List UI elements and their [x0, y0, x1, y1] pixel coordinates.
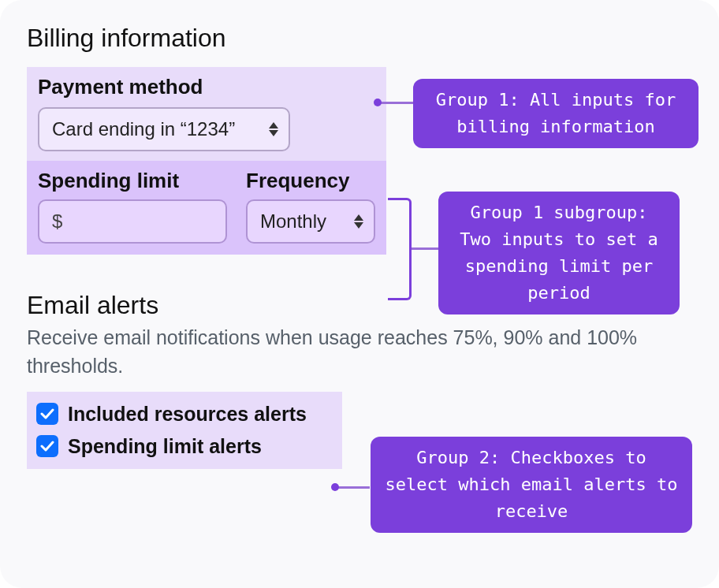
checkbox-label: Spending limit alerts — [68, 435, 262, 458]
frequency-label: Frequency — [246, 169, 375, 193]
payment-method-block: Payment method Card ending in “1234” — [27, 67, 386, 161]
payment-method-value: Card ending in “1234” — [52, 118, 235, 140]
frequency-col: Frequency Monthly — [246, 169, 375, 244]
checkbox-spending-limit[interactable] — [36, 435, 58, 457]
checkbox-included-resources[interactable] — [36, 403, 58, 425]
select-sort-icon — [353, 214, 364, 229]
email-alerts-description: Receive email notifications when usage r… — [27, 323, 673, 381]
billing-settings-card: Billing information Payment method Card … — [0, 0, 719, 588]
frequency-value: Monthly — [260, 210, 326, 233]
email-alerts-group: Included resources alerts Spending limit… — [27, 392, 342, 469]
callout-group1-sub: Group 1 subgroup: Two inputs to set a sp… — [438, 192, 680, 314]
checkbox-label: Included resources alerts — [68, 403, 307, 426]
connector-line — [336, 486, 370, 489]
spending-limit-label: Spending limit — [38, 169, 227, 193]
connector-line — [378, 102, 413, 104]
checkbox-row: Included resources alerts — [35, 398, 334, 430]
currency-prefix: $ — [52, 210, 62, 233]
callout-group2: Group 2: Checkboxes to select which emai… — [371, 437, 692, 533]
billing-title: Billing information — [27, 24, 692, 53]
select-sort-icon — [268, 122, 279, 136]
billing-group: Payment method Card ending in “1234” Spe… — [27, 67, 386, 255]
checkbox-row: Spending limit alerts — [35, 430, 334, 463]
payment-method-select[interactable]: Card ending in “1234” — [38, 107, 290, 151]
spending-limit-col: Spending limit $ — [38, 169, 227, 244]
bracket-icon — [388, 198, 412, 300]
payment-method-label: Payment method — [38, 75, 375, 99]
frequency-select[interactable]: Monthly — [246, 199, 375, 244]
connector-line — [412, 247, 438, 250]
spending-limit-subgroup: Spending limit $ Frequency Monthly — [27, 161, 386, 255]
callout-group1: Group 1: All inputs for billing informat… — [413, 79, 699, 148]
spending-limit-input[interactable]: $ — [38, 199, 227, 244]
